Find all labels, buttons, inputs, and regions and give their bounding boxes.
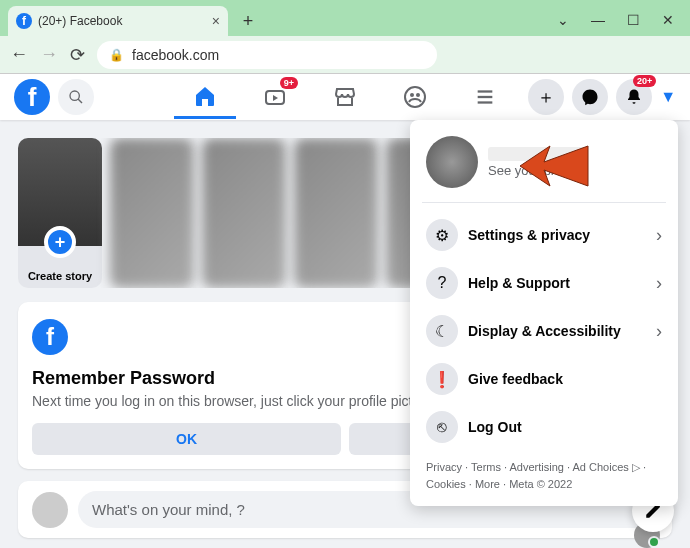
fb-logo-icon: f	[32, 319, 68, 355]
address-bar: ← → ⟳ 🔒 facebook.com	[0, 36, 690, 74]
menu-settings[interactable]: ⚙ Settings & privacy ›	[418, 211, 670, 259]
menu-separator	[422, 202, 666, 203]
reload-button[interactable]: ⟳	[70, 44, 85, 66]
story-item[interactable]	[294, 138, 378, 288]
nav-home[interactable]	[174, 75, 236, 119]
minimize-icon[interactable]: —	[591, 12, 605, 28]
composer-avatar[interactable]	[32, 492, 68, 528]
account-caret[interactable]: ▼	[660, 88, 676, 106]
svg-point-4	[410, 93, 414, 97]
help-icon: ?	[426, 267, 458, 299]
maximize-icon[interactable]: ☐	[627, 12, 640, 28]
hamburger-icon	[474, 86, 496, 108]
menu-feedback[interactable]: ❗ Give feedback	[418, 355, 670, 403]
arrow-icon	[520, 138, 590, 188]
callout-arrow	[520, 138, 590, 192]
close-tab-icon[interactable]: ×	[212, 13, 220, 29]
url-input[interactable]: 🔒 facebook.com	[97, 41, 437, 69]
messenger-button[interactable]	[572, 79, 608, 115]
groups-icon	[403, 85, 427, 109]
menu-help[interactable]: ? Help & Support ›	[418, 259, 670, 307]
add-story-icon: +	[44, 226, 76, 258]
create-button[interactable]: ＋	[528, 79, 564, 115]
feedback-icon: ❗	[426, 363, 458, 395]
close-window-icon[interactable]: ✕	[662, 12, 674, 28]
lock-icon: 🔒	[109, 48, 124, 62]
chevron-right-icon: ›	[656, 225, 662, 246]
chevron-right-icon: ›	[656, 321, 662, 342]
plus-icon: ＋	[537, 85, 555, 109]
menu-logout[interactable]: ⎋ Log Out	[418, 403, 670, 451]
gear-icon: ⚙	[426, 219, 458, 251]
nav-watch[interactable]: 9+	[244, 75, 306, 119]
logout-icon: ⎋	[426, 411, 458, 443]
nav-marketplace[interactable]	[314, 75, 376, 119]
svg-line-1	[78, 99, 82, 103]
svg-point-0	[70, 91, 79, 100]
new-tab-button[interactable]: +	[234, 11, 262, 32]
story-item[interactable]	[110, 138, 194, 288]
window-controls: ⌄ — ☐ ✕	[557, 12, 690, 36]
nav-groups[interactable]	[384, 75, 446, 119]
menu-display[interactable]: ☾ Display & Accessibility ›	[418, 307, 670, 355]
moon-icon: ☾	[426, 315, 458, 347]
chevron-right-icon: ›	[656, 273, 662, 294]
svg-point-3	[405, 87, 425, 107]
browser-tab[interactable]: f (20+) Facebook ×	[8, 6, 228, 36]
forward-button[interactable]: →	[40, 44, 58, 65]
content-area: + Create story f Remember Password Next …	[0, 120, 690, 548]
bell-icon	[625, 88, 643, 106]
tab-title: (20+) Facebook	[38, 14, 206, 28]
fb-logo[interactable]: f	[14, 79, 50, 115]
svg-point-5	[416, 93, 420, 97]
nav-menu[interactable]	[454, 75, 516, 119]
watch-badge: 9+	[280, 77, 298, 89]
ok-button[interactable]: OK	[32, 423, 341, 455]
notif-badge: 20+	[633, 75, 656, 87]
search-icon	[68, 89, 84, 105]
profile-avatar	[426, 136, 478, 188]
chevron-down-icon[interactable]: ⌄	[557, 12, 569, 28]
browser-tab-strip: f (20+) Facebook × + ⌄ — ☐ ✕	[0, 0, 690, 36]
home-icon	[193, 84, 217, 108]
create-story[interactable]: + Create story	[18, 138, 102, 288]
create-story-label: Create story	[28, 270, 92, 288]
url-text: facebook.com	[132, 47, 219, 63]
search-button[interactable]	[58, 79, 94, 115]
story-item[interactable]	[202, 138, 286, 288]
menu-footer: Privacy · Terms · Advertising · Ad Choic…	[418, 451, 670, 496]
facebook-favicon: f	[16, 13, 32, 29]
back-button[interactable]: ←	[10, 44, 28, 65]
marketplace-icon	[333, 85, 357, 109]
messenger-icon	[581, 88, 599, 106]
notifications-button[interactable]: 20+	[616, 79, 652, 115]
fb-top-nav: f 9+ ＋ 20+ ▼	[0, 74, 690, 120]
